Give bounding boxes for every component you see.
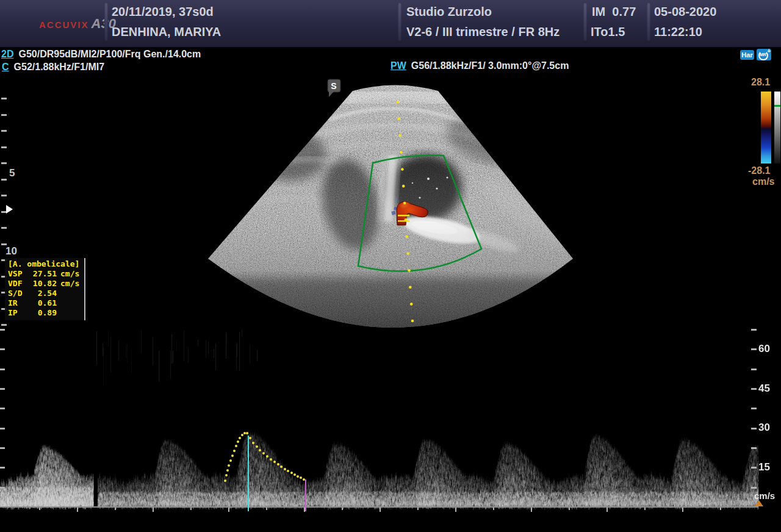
spectral-tick-right [751, 329, 757, 331]
baseline-time-tick [39, 508, 40, 510]
b-mode-fan-image [198, 70, 584, 339]
envelope-dot [246, 432, 248, 434]
pw-cursor-dot [411, 320, 414, 323]
pw-cursor-dot [402, 185, 405, 188]
measurement-value: 10.82 [29, 279, 57, 289]
spectral-tick-right [751, 408, 757, 409]
pw-cursor-dot [398, 134, 401, 137]
pw-cursor-dot [410, 303, 413, 306]
measurement-label: IR [8, 298, 29, 308]
measurement-row: S/D2.54 [5, 289, 84, 298]
measurement-value: 0.61 [29, 298, 57, 308]
envelope-dot [228, 464, 230, 467]
envelope-dot [237, 440, 239, 443]
spectral-scale-label: 15 [758, 461, 770, 473]
spectral-doppler-canvas [0, 328, 781, 532]
envelope-dot [233, 450, 236, 452]
envelope-dot [235, 445, 237, 447]
measurement-value: 0.89 [29, 308, 57, 318]
envelope-dot [249, 437, 251, 439]
blue-flow-speck [395, 198, 397, 201]
envelope-dot [226, 469, 229, 472]
envelope-dot [273, 461, 276, 463]
envelope-dot [224, 480, 226, 482]
measurement-value: 27.51 [29, 269, 57, 279]
spectral-tick-right [751, 428, 757, 430]
pw-cursor-dot [406, 235, 409, 239]
measurement-unit: cm/s [60, 279, 79, 288]
pw-cursor-dot [397, 101, 400, 104]
ultrasound-screen: ACCUVIXA30 20/11/2019, 37s0d DENHINA, MA… [0, 0, 781, 532]
baseline-time-tick [115, 508, 116, 510]
measurement-unit: cm/s [60, 269, 79, 278]
envelope-dot [277, 463, 279, 466]
pw-cursor-dot [409, 286, 412, 289]
spectral-tick-right [751, 348, 757, 350]
sample-gate-lower [398, 220, 409, 222]
baseline-time-tick [77, 508, 78, 512]
end-diastole-cursor[interactable] [305, 480, 306, 511]
measurement-row: IP0.89 [5, 308, 84, 318]
baseline-time-tick [720, 508, 721, 510]
measurement-row: VDF10.82cm/s [5, 279, 84, 289]
envelope-dot [225, 474, 228, 476]
baseline-time-tick [455, 508, 456, 512]
pw-cursor-dot [408, 269, 411, 272]
envelope-dot [297, 475, 299, 478]
baseline-time-tick [644, 508, 646, 510]
spectral-scale-label: 45 [758, 383, 770, 395]
spectral-tick-right [751, 467, 757, 469]
peak-systole-cursor[interactable] [248, 436, 249, 511]
envelope-dot [231, 455, 234, 457]
envelope-dot [256, 445, 258, 448]
baseline-time-tick [606, 508, 608, 512]
envelope-dot [266, 455, 268, 458]
measurement-label: IP [8, 308, 29, 318]
pw-cursor-dot [406, 252, 409, 255]
measurement-label: VSP [8, 269, 29, 279]
spectral-tick-left [0, 467, 5, 469]
baseline-time-tick [569, 508, 570, 510]
envelope-dot [280, 466, 283, 468]
measurement-row: IR0.61 [5, 298, 84, 308]
pw-cursor-dot [398, 117, 401, 120]
spectral-scale-label: 30 [758, 422, 770, 434]
envelope-dot [239, 437, 241, 439]
spectral-tick-left [0, 329, 5, 331]
baseline-time-tick [153, 508, 154, 512]
envelope-dot [303, 478, 305, 481]
envelope-dot [293, 473, 296, 476]
measurement-label: VDF [8, 279, 29, 289]
envelope-dot [241, 434, 243, 436]
spectral-tick-right [751, 447, 757, 449]
baseline-time-tick [190, 508, 192, 510]
sample-gate-upper [398, 215, 409, 217]
envelope-dot [252, 442, 254, 444]
envelope-dot [262, 452, 265, 455]
pw-cursor-dot [403, 201, 406, 204]
baseline-time-tick [266, 508, 267, 510]
envelope-dot [270, 458, 272, 461]
baseline-time-tick [531, 508, 532, 512]
spectral-unit-label: cm/s [754, 491, 775, 501]
spectral-tick-left [0, 408, 5, 409]
spectral-tick-right [751, 487, 757, 489]
pw-cursor-dot [401, 168, 404, 171]
envelope-dot [300, 476, 302, 479]
pw-cursor-dot [400, 151, 403, 154]
orientation-marker-letter: S [331, 81, 336, 91]
measurement-row: VSP27.51cm/s [5, 269, 84, 279]
spectral-tick-left [0, 388, 5, 390]
spectral-tick-left [0, 368, 5, 370]
baseline-time-tick [380, 508, 381, 512]
spectral-tick-left [0, 487, 5, 489]
measurement-value: 2.54 [29, 289, 57, 298]
envelope-dot [290, 472, 293, 474]
spectral-tick-left [0, 428, 5, 430]
baseline-marker-icon [755, 500, 763, 506]
envelope-dot [284, 468, 286, 470]
spectral-tick-left [0, 348, 5, 350]
baseline-time-tick [493, 508, 494, 510]
measurement-title: [A. ombelicale] [5, 259, 84, 269]
baseline-time-tick [228, 508, 229, 512]
